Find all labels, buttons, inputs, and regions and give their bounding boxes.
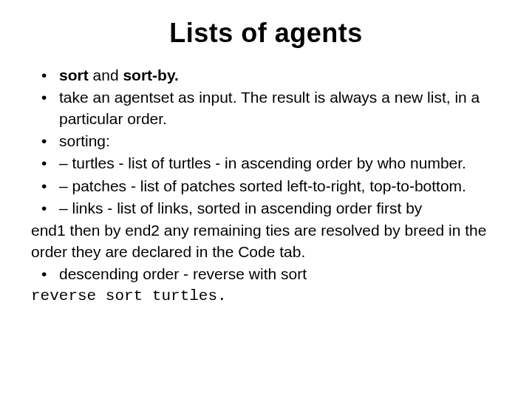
list-item: – patches - list of patches sorted left-… [38, 176, 502, 197]
slide-title: Lists of agents [30, 18, 502, 49]
list-item: – turtles - list of turtles - in ascendi… [38, 153, 502, 174]
code-line: reverse sort turtles. [30, 286, 502, 307]
bullet-list: descending order - reverse with sort [30, 264, 502, 284]
list-item: descending order - reverse with sort [38, 264, 502, 284]
bold-text: sort [59, 66, 89, 83]
bullet-list: sort and sort-by. take an agentset as in… [30, 65, 502, 219]
bold-text: sort-by. [123, 66, 178, 83]
list-item: take an agentset as input. The result is… [38, 87, 502, 129]
slide: Lists of agents sort and sort-by. take a… [0, 0, 532, 399]
continuation-text: end1 then by end2 any remaining ties are… [30, 220, 502, 262]
list-item: sorting: [38, 131, 502, 151]
list-item: sort and sort-by. [38, 65, 502, 86]
list-item: – links - list of links, sorted in ascen… [38, 198, 502, 219]
text: and [89, 66, 123, 83]
